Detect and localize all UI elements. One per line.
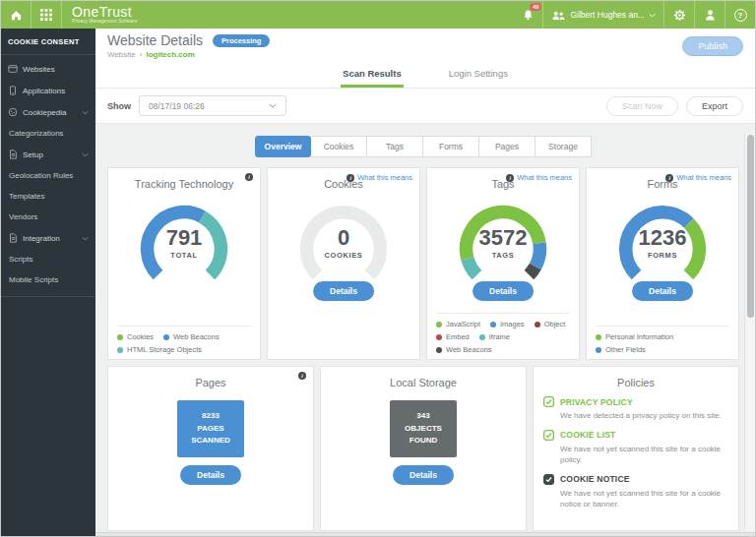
chevron-down-icon	[82, 236, 89, 241]
sidebar-item-label: Categorizations	[9, 129, 64, 138]
card-policies: Policies PRIVACY POLICYWe have detected …	[533, 366, 739, 531]
horizontal-scrollbar[interactable]	[95, 532, 755, 537]
subtab-cookies[interactable]: Cookies	[311, 136, 367, 157]
card-forms: What this means Forms 1236 FORMS Details…	[586, 167, 739, 360]
legend-dot	[596, 334, 601, 340]
subtab-forms[interactable]: Forms	[423, 136, 479, 157]
info-icon	[506, 174, 514, 182]
sidebar-item-label: Integration	[23, 234, 60, 243]
doc-icon	[8, 149, 18, 159]
legend: Personal InformationOther Fields	[596, 326, 729, 354]
cookies-details-button[interactable]: Details	[313, 281, 374, 301]
policy-description: We have not yet scanned this site for a …	[560, 488, 728, 510]
sidebar-item-geolocation-rules[interactable]: Geolocation Rules	[1, 165, 95, 186]
subtab-storage[interactable]: Storage	[536, 136, 592, 157]
card-title: Tracking Technology	[108, 178, 260, 190]
breadcrumb-root[interactable]: Website	[107, 50, 136, 59]
pages-details-button[interactable]: Details	[180, 465, 241, 485]
sidebar-item-cookiepedia[interactable]: Cookiepedia	[1, 101, 95, 123]
legend-dot	[436, 347, 442, 353]
card-title: Local Storage	[321, 377, 526, 388]
publish-button[interactable]: Publish	[682, 36, 743, 56]
subtab-pages[interactable]: Pages	[479, 136, 536, 157]
main-area: Website Details Processing Websitelogite…	[95, 29, 755, 537]
chevron-down-icon	[649, 13, 656, 18]
card-local-storage: Local Storage 343 OBJECTS FOUND Details	[320, 366, 527, 531]
app-grid-icon[interactable]	[32, 1, 61, 29]
checkbox-checked-icon[interactable]	[543, 430, 554, 441]
tab-scan-results[interactable]: Scan Results	[341, 61, 404, 88]
scan-now-button[interactable]: Scan Now	[606, 96, 678, 116]
info-icon[interactable]	[245, 173, 253, 181]
scan-toolbar: Show 08/17/19 06:26 Scan Now Export	[95, 89, 755, 124]
what-this-means-link[interactable]: What this means	[357, 173, 412, 182]
legend-item: HTML Storage Objects	[117, 345, 202, 354]
card-cookies: What this means Cookies 0 COOKIES Detail…	[267, 167, 420, 360]
checkbox-checked-icon[interactable]	[543, 396, 554, 407]
help-icon[interactable]	[725, 1, 755, 29]
legend-dot	[117, 334, 123, 340]
home-icon[interactable]	[1, 1, 31, 29]
overview-subtabs: OverviewCookiesTagsFormsPagesStorage	[107, 136, 739, 157]
sidebar-item-templates[interactable]: Templates	[1, 186, 95, 207]
legend-item: JavaScript	[436, 320, 480, 328]
forms-details-button[interactable]: Details	[632, 281, 693, 301]
breadcrumb-separator	[136, 50, 147, 59]
sidebar-item-integration[interactable]: Integration	[1, 227, 95, 249]
sidebar-item-setup[interactable]: Setup	[1, 144, 95, 165]
policies-list: PRIVACY POLICYWe have detected a privacy…	[534, 396, 738, 510]
sidebar-item-label: Setup	[23, 150, 43, 159]
account-person-icon[interactable]	[695, 1, 724, 29]
notifications-button[interactable]: 49	[513, 1, 542, 29]
policy-label: COOKIE NOTICE	[560, 474, 630, 484]
cookie-icon	[8, 107, 18, 117]
page-title: Website Details	[107, 32, 203, 48]
sidebar: COOKIE CONSENT WebsitesApplicationsCooki…	[1, 29, 95, 537]
subtab-overview[interactable]: Overview	[255, 136, 311, 157]
card-tags: What this means Tags 3572 TAGS Details J…	[426, 167, 580, 360]
sidebar-item-label: Geolocation Rules	[9, 171, 73, 180]
page-header: Website Details Processing Websitelogite…	[95, 29, 755, 61]
legend-dot	[535, 322, 540, 328]
policy-cookie-notice: COOKIE NOTICEWe have not yet scanned thi…	[543, 474, 728, 510]
policy-privacy-policy: PRIVACY POLICYWe have detected a privacy…	[543, 396, 728, 422]
export-button[interactable]: Export	[686, 96, 743, 116]
info-icon	[346, 174, 354, 182]
stat-value: 343	[416, 410, 429, 423]
tags-details-button[interactable]: Details	[472, 281, 534, 301]
sidebar-item-vendors[interactable]: Vendors	[1, 207, 95, 227]
local-storage-details-button[interactable]: Details	[393, 465, 454, 485]
legend-dot	[117, 347, 123, 353]
legend-dot	[436, 334, 442, 340]
legend-dot	[479, 334, 485, 340]
stat-label: OBJECTS FOUND	[395, 423, 452, 448]
breadcrumb: Websitelogitech.com	[107, 50, 270, 59]
sidebar-item-label: Vendors	[9, 212, 37, 221]
info-icon[interactable]	[298, 372, 306, 380]
sidebar-item-label: Websites	[23, 65, 55, 74]
subtab-tags[interactable]: Tags	[367, 136, 423, 157]
what-this-means-link[interactable]: What this means	[676, 173, 731, 182]
users-icon	[551, 10, 566, 21]
tab-login-settings[interactable]: Login Settings	[447, 61, 510, 88]
sidebar-item-scripts[interactable]: Scripts	[1, 249, 95, 269]
sidebar-item-categorizations[interactable]: Categorizations	[1, 123, 95, 144]
user-menu[interactable]: Gilbert Hughes an...	[543, 1, 663, 29]
what-this-means-link[interactable]: What this means	[517, 173, 572, 182]
card-tracking-technology: Tracking Technology 791 TOTAL CookiesWeb…	[107, 167, 261, 360]
app-icon	[8, 86, 18, 95]
sidebar-item-applications[interactable]: Applications	[1, 80, 95, 101]
pages-scanned-stat: 8233 PAGES SCANNED	[177, 400, 244, 457]
legend-item: Personal Information	[596, 332, 673, 341]
checkbox-checked-icon[interactable]	[543, 474, 554, 485]
scrollbar-thumb[interactable]	[747, 135, 754, 318]
sidebar-item-mobile-scripts[interactable]: Mobile Scripts	[1, 269, 95, 290]
vertical-scrollbar[interactable]	[744, 134, 755, 532]
legend-item: Object	[535, 320, 566, 328]
scan-date-select[interactable]: 08/17/19 06:26	[139, 95, 286, 116]
settings-gear-icon[interactable]	[664, 1, 694, 29]
top-bar: OneTrust Privacy Management Software 49 …	[1, 1, 755, 29]
legend-item: Embed	[436, 332, 470, 341]
sidebar-item-websites[interactable]: Websites	[1, 58, 95, 80]
user-name: Gilbert Hughes an...	[570, 10, 645, 20]
